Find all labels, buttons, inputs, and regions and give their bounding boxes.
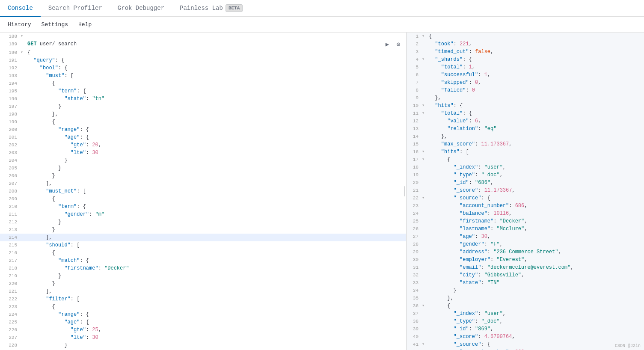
output-fold-arrow[interactable]: ▾ [422,33,428,40]
fold-arrow[interactable]: ▾ [21,33,27,40]
tab-painless-lab[interactable]: Painless Lab BETA [172,0,250,17]
code-editor[interactable]: 188▾189GET user/_search▶⚙190▾{191 "query… [0,33,406,350]
sub-nav-help[interactable]: Help [74,20,96,30]
output-line: 28 "gender": "F", [407,240,644,248]
line-number: 203 [0,149,21,157]
code-line: 217 "match": { [0,257,406,264]
output-content: "_shards": { [428,56,644,63]
output-line: 36▾ { [407,302,644,310]
sub-navigation: History Settings Help [0,17,644,33]
line-number: 228 [0,341,21,349]
output-line-number: 27 [407,233,422,240]
output-line-number: 32 [407,271,422,279]
output-line-number: 1 [407,33,422,40]
line-content: "should": [ [27,241,406,249]
settings-icon[interactable]: ⚙ [394,40,403,49]
output-fold-arrow[interactable]: ▾ [422,110,428,117]
code-line: 190▾{ [0,49,406,56]
output-line: 11▾ "total": { [407,110,644,117]
line-content: "term": { [27,203,406,211]
line-content: } [27,341,406,349]
run-query-button[interactable]: ▶ [383,40,392,49]
sub-nav-history[interactable]: History [3,20,36,30]
line-content: } [27,157,406,164]
output-line: 23 "account_number": 686, [407,202,644,210]
output-line-number: 7 [407,79,422,86]
code-line: 219 } [0,272,406,280]
output-line-number: 34 [407,287,422,294]
output-line-number: 10 [407,102,422,110]
resize-handle[interactable]: ⋮ [404,33,406,350]
line-number: 217 [0,257,21,264]
tab-grok-debugger[interactable]: Grok Debugger [110,0,172,17]
output-pane[interactable]: 1▾{2 "took": 221,3 "timed_out": false,4▾… [407,33,644,350]
line-number: 200 [0,126,21,133]
output-line: 1▾{ [407,33,644,40]
output-content: "balance": 10116, [428,210,644,217]
line-number: 218 [0,264,21,272]
line-number: 196 [0,95,21,103]
line-content: "match": { [27,257,406,264]
line-content: } [27,103,406,110]
output-content: "city": "Gibbsville", [428,271,644,279]
output-content: "value": 6, [428,117,644,125]
code-line: 197 } [0,103,406,110]
line-content: ], [27,180,406,187]
code-line: 193 "must": [ [0,72,406,80]
output-content: "gender": "F", [428,240,644,248]
code-line: 194 { [0,80,406,87]
output-fold-arrow[interactable]: ▾ [422,156,428,163]
code-line: 227 "lte": 30 [0,334,406,341]
output-line: 10▾ "hits": { [407,102,644,110]
output-line-number: 15 [407,140,422,148]
output-line: 17▾ { [407,156,644,163]
code-line: 218 "firstname": "Decker" [0,264,406,272]
beta-badge: BETA [226,4,243,12]
output-line: 24 "balance": 10116, [407,210,644,217]
line-number: 223 [0,303,21,311]
output-fold-arrow[interactable]: ▾ [422,194,428,202]
output-line-number: 28 [407,240,422,248]
output-line: 15 "max_score": 11.173367, [407,140,644,148]
output-content: "account_number": 869, [428,348,644,350]
output-line: 41▾ "_source": { [407,341,644,348]
output-content: "lastname": "Mcclure", [428,225,644,233]
code-line: 189GET user/_search▶⚙ [0,40,406,49]
line-content: } [27,280,406,288]
line-content: "lte": 30 [27,149,406,157]
line-content: "must_not": [ [27,187,406,195]
sub-nav-settings[interactable]: Settings [37,20,72,30]
output-line: 31 "email": "deckermcclure@everest.com", [407,264,644,271]
line-number: 197 [0,103,21,110]
fold-arrow[interactable]: ▾ [21,49,27,56]
output-fold-arrow[interactable]: ▾ [422,102,428,110]
code-line: 212 } [0,218,406,226]
top-navigation: Console Search Profiler Grok Debugger Pa… [0,0,644,17]
line-content: "lte": 30 [27,334,406,341]
output-line: 12 "value": 6, [407,117,644,125]
output-line: 13 "relation": "eq" [407,125,644,133]
output-line: 18 "_index": "user", [407,163,644,171]
tab-console[interactable]: Console [0,0,41,17]
output-line-number: 26 [407,225,422,233]
output-line-number: 3 [407,48,422,56]
output-fold-arrow[interactable]: ▾ [422,341,428,348]
output-line-number: 31 [407,264,422,271]
output-fold-arrow[interactable]: ▾ [422,56,428,63]
line-number: 191 [0,56,21,64]
output-content: "employer": "Everest", [428,256,644,264]
line-content: "gte": 25, [27,326,406,334]
output-line: 38 "_type": "_doc", [407,317,644,325]
output-content: "failed": 0 [428,86,644,94]
output-content: "timed_out": false, [428,48,644,56]
output-line: 26 "lastname": "Mcclure", [407,225,644,233]
line-number: 221 [0,288,21,295]
output-fold-arrow[interactable]: ▾ [422,302,428,310]
output-line: 6 "successful": 1, [407,71,644,79]
tab-search-profiler[interactable]: Search Profiler [41,0,110,17]
output-fold-arrow[interactable]: ▾ [422,148,428,156]
code-line: 206 } [0,172,406,180]
output-line: 42 "account_number": 869, [407,348,644,350]
code-line: 207 ], [0,180,406,187]
output-line: 19 "_type": "_doc", [407,171,644,179]
